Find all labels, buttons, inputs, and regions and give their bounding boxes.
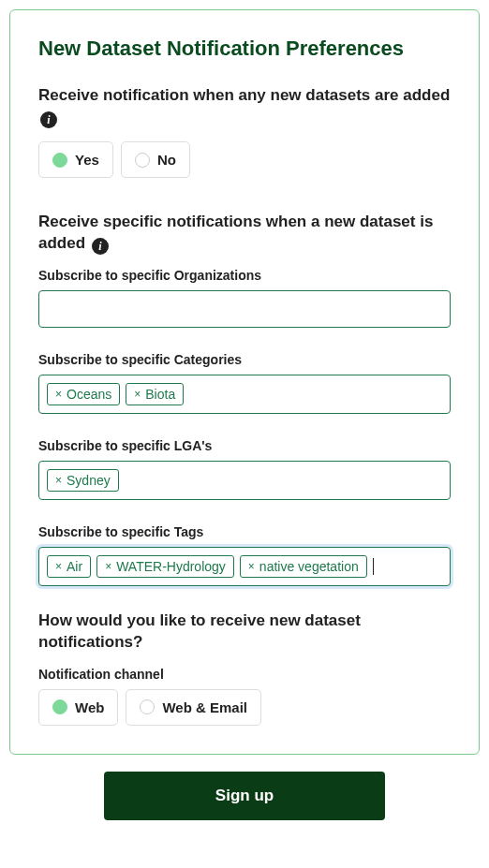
any-new-heading-text: Receive notification when any new datase…: [38, 86, 450, 104]
categories-label: Subscribe to specific Categories: [38, 352, 451, 367]
tags-label: Subscribe to specific Tags: [38, 524, 451, 539]
radio-icon: [140, 699, 155, 714]
remove-tag-icon[interactable]: ×: [105, 560, 111, 573]
radio-icon: [135, 153, 150, 168]
tag-label: Sydney: [67, 473, 111, 488]
text-cursor: [373, 558, 374, 575]
any-new-no-option[interactable]: No: [121, 141, 190, 178]
channel-web-label: Web: [75, 699, 104, 715]
channel-web-option[interactable]: Web: [38, 689, 118, 726]
tag-label: Air: [67, 559, 82, 574]
lgas-input[interactable]: × Sydney: [38, 461, 451, 500]
any-new-yes-option[interactable]: Yes: [38, 141, 113, 178]
organizations-input[interactable]: [38, 290, 451, 328]
channel-section: How would you like to receive new datase…: [38, 611, 451, 726]
tag-chip: × Air: [47, 555, 91, 578]
organizations-label: Subscribe to specific Organizations: [38, 268, 451, 283]
tag-chip: × Oceans: [47, 383, 120, 405]
remove-tag-icon[interactable]: ×: [55, 474, 62, 487]
specific-heading: Receive specific notifications when a ne…: [38, 212, 451, 255]
lgas-label: Subscribe to specific LGA's: [38, 438, 451, 453]
remove-tag-icon[interactable]: ×: [248, 560, 255, 573]
info-icon[interactable]: i: [40, 111, 57, 128]
any-new-heading: Receive notification when any new datase…: [38, 85, 451, 128]
any-new-no-label: No: [157, 152, 176, 168]
tag-chip: × Sydney: [47, 469, 119, 492]
channel-label: Notification channel: [38, 667, 451, 682]
channel-heading: How would you like to receive new datase…: [38, 611, 451, 654]
remove-tag-icon[interactable]: ×: [134, 388, 141, 401]
any-new-radio-group: Yes No: [38, 141, 451, 178]
tag-label: native vegetation: [259, 559, 359, 574]
preferences-panel: New Dataset Notification Preferences Rec…: [9, 9, 480, 755]
remove-tag-icon[interactable]: ×: [55, 388, 62, 401]
channel-radio-group: Web Web & Email: [38, 689, 451, 726]
signup-button[interactable]: Sign up: [104, 772, 385, 820]
tag-label: Biota: [145, 387, 175, 402]
tag-label: Oceans: [67, 387, 111, 402]
channel-webemail-label: Web & Email: [162, 699, 247, 715]
tags-input[interactable]: × Air × WATER-Hydrology × native vegetat…: [38, 547, 451, 586]
lgas-field: Subscribe to specific LGA's × Sydney: [38, 438, 451, 500]
tag-label: WATER-Hydrology: [116, 559, 226, 574]
page-title: New Dataset Notification Preferences: [38, 37, 451, 61]
organizations-field: Subscribe to specific Organizations: [38, 268, 451, 328]
categories-field: Subscribe to specific Categories × Ocean…: [38, 352, 451, 414]
any-new-yes-label: Yes: [75, 152, 99, 168]
radio-icon: [52, 153, 67, 168]
tag-chip: × WATER-Hydrology: [96, 555, 234, 578]
tag-chip: × Biota: [126, 383, 184, 405]
channel-webemail-option[interactable]: Web & Email: [126, 689, 261, 726]
radio-icon: [52, 699, 67, 714]
tags-field: Subscribe to specific Tags × Air × WATER…: [38, 524, 451, 586]
info-icon[interactable]: i: [92, 238, 109, 255]
tag-chip: × native vegetation: [240, 555, 367, 578]
remove-tag-icon[interactable]: ×: [55, 560, 62, 573]
categories-input[interactable]: × Oceans × Biota: [38, 375, 451, 414]
